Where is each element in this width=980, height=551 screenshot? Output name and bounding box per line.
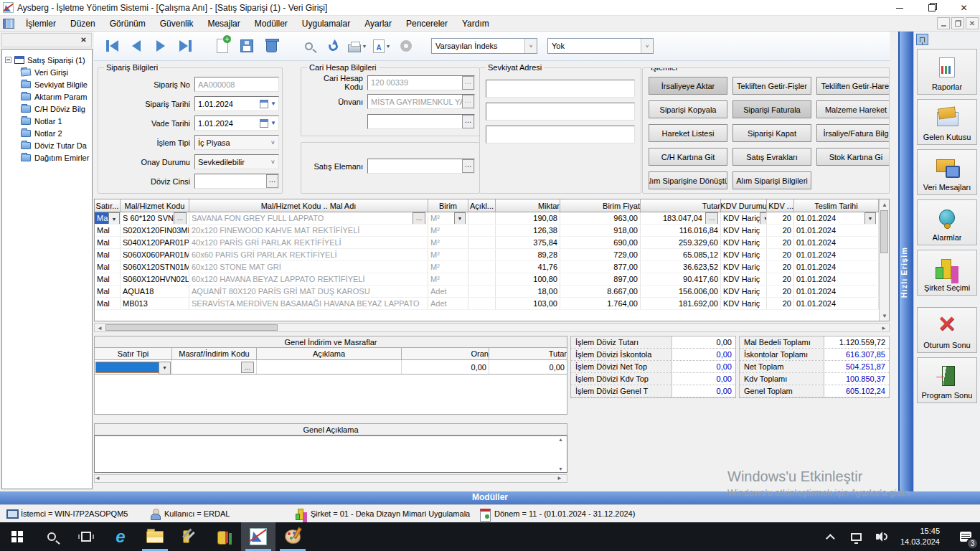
menu-item[interactable]: İşlemler (19, 16, 63, 31)
cell-delivery-date[interactable]: 01.01.2024 (794, 212, 879, 224)
cell-unit-price[interactable]: 918,00 (560, 225, 641, 236)
cell-unit[interactable]: Adet (428, 298, 468, 309)
menu-item[interactable]: Pencereler (399, 16, 455, 31)
cell-vat-rate[interactable]: 20 (767, 273, 794, 285)
previous-record-button[interactable] (126, 35, 147, 57)
print-button[interactable]: ▼ (347, 35, 368, 57)
operation-button[interactable]: İrsaliyeye Aktar (649, 77, 727, 95)
mdi-minimize-button[interactable] (937, 17, 950, 29)
operation-button[interactable]: Siparişi Kapat (732, 124, 811, 142)
aysberg-app-button[interactable] (241, 522, 275, 551)
ellipsis-button[interactable] (266, 174, 278, 188)
vertical-scrollbar[interactable]: ▲ ▼ (879, 199, 889, 321)
close-panel-icon[interactable]: ✕ (78, 35, 89, 46)
cell-amount[interactable]: 259.329,60 (641, 237, 721, 248)
quick-access-strip[interactable]: Hızlı Erişim (898, 32, 913, 491)
cell-vat-status[interactable]: KDV Hariç (721, 249, 767, 260)
operation-button[interactable]: Malzeme Hareket (816, 100, 890, 118)
chevron-down-icon[interactable]: ˅ (641, 39, 653, 53)
discount-type-select[interactable] (95, 362, 171, 373)
delete-button[interactable] (260, 35, 282, 57)
sidebar-button[interactable]: Oturum Sonu (917, 307, 977, 353)
discounts-col-kod[interactable]: Masraf/İndirim Kodu (172, 348, 257, 359)
cell-row-type[interactable]: Mal (95, 273, 121, 285)
order-date-field[interactable]: 1.01.2024▼ (194, 96, 279, 111)
operation-button[interactable]: Satış Evrakları (732, 148, 811, 166)
new-record-button[interactable] (212, 35, 233, 57)
column-header-kod[interactable]: Mal/Hizmet Kodu (121, 199, 189, 212)
cell-unit[interactable]: M² (428, 225, 468, 236)
task-view-button[interactable] (69, 522, 103, 551)
cell-amount[interactable]: 116.016,84 (641, 225, 721, 236)
cell-row-type[interactable]: Mal (95, 298, 121, 309)
cell-vat-status[interactable]: KDV Hariç (721, 261, 767, 273)
cell-unit-price[interactable]: 690,00 (560, 237, 641, 248)
ellipsis-button[interactable] (462, 159, 474, 173)
cell-item-name[interactable]: SERAVİSTA MERDİVEN BASAMAĞI HAVANA BEYAZ… (189, 298, 428, 309)
cell-amount[interactable]: 181.692,00 (641, 298, 721, 309)
scroll-thumb[interactable] (105, 324, 278, 331)
operation-button[interactable]: C/H Kartına Git (649, 148, 727, 166)
cell-vat-status[interactable]: KDV Hariç (721, 286, 767, 297)
operation-button[interactable]: Tekliften Getir-Harel (816, 77, 890, 95)
cell-item-code[interactable]: S060X120HVN02LF (121, 273, 189, 285)
cell-description[interactable] (468, 212, 496, 224)
chevron-down-icon[interactable]: ˅ (271, 139, 275, 146)
cell-vat-status[interactable]: KDV Hariç (721, 237, 767, 248)
cell-row-type[interactable]: Mal (95, 261, 121, 273)
menu-item[interactable]: Mesajlar (200, 16, 247, 31)
file-explorer-button[interactable] (138, 522, 172, 551)
cell-item-code[interactable]: AQUA18 (121, 286, 189, 297)
ellipsis-button[interactable] (462, 95, 474, 108)
discounts-col-tutar[interactable]: Tutar (489, 348, 567, 359)
discounts-empty-area[interactable] (94, 375, 567, 415)
cell-item-name[interactable]: 40x120 PARİS GRİ PARLAK REKTİFİYELİ (189, 237, 428, 248)
admin-tools-button[interactable] (172, 522, 207, 551)
customer-name-field[interactable]: MİSTA GAYRIMENKUL YATIRIM A.Ş (367, 94, 475, 109)
scroll-down-icon[interactable]: ▼ (558, 466, 566, 471)
cell-item-code[interactable]: S060X120STN01MF (121, 261, 189, 273)
cell-unit-price[interactable]: 963,00 (560, 212, 641, 224)
cell-item-code[interactable]: S040X120PAR01PF (121, 237, 189, 248)
operation-button[interactable]: İrsaliye/Fatura Bilg (816, 124, 890, 142)
tree-item[interactable]: Döviz Tutar Da (2, 139, 92, 151)
cell-row-type[interactable]: Mal (95, 249, 121, 260)
close-button[interactable] (948, 0, 980, 16)
column-header-kdv-durumu[interactable]: KDV Durumu (721, 199, 767, 212)
paint-app-button[interactable] (275, 522, 310, 551)
cell-amount[interactable]: 183.047,04 (641, 212, 721, 224)
cell-amount[interactable]: 36.623,52 (641, 261, 721, 273)
shipping-address-field[interactable] (486, 80, 635, 98)
chevron-down-icon[interactable]: ▼ (270, 100, 276, 107)
cell-description[interactable] (468, 261, 496, 273)
cell-vat-rate[interactable]: 20 (767, 261, 794, 273)
sidebar-button[interactable]: Veri Mesajları (917, 149, 977, 195)
discount-desc-cell[interactable] (257, 360, 402, 374)
cell-description[interactable] (468, 273, 496, 285)
taskbar-search-button[interactable] (34, 522, 69, 551)
cell-amount[interactable]: 65.085,12 (641, 249, 721, 260)
chevron-down-icon[interactable]: ˅ (524, 39, 537, 53)
cell-vat-status[interactable]: KDV Hariç (721, 225, 767, 236)
horizontal-scrollbar[interactable]: ◄ ► (94, 323, 890, 332)
menu-item[interactable]: Yardım (455, 16, 496, 31)
cell-item-name[interactable]: SAVANA FON GREY FULL LAPPATO (189, 212, 428, 224)
next-record-button[interactable] (150, 35, 171, 57)
filter-combo[interactable]: Yok ˅ (547, 38, 654, 54)
cell-item-code[interactable]: S020X120FIN03MR (121, 225, 189, 236)
discounts-row[interactable]: 0,00 0,00 (94, 360, 567, 375)
internet-explorer-button[interactable]: e (103, 522, 138, 551)
table-row[interactable]: Mal AQUA18 AQUANİT 80X120 PARİS GRİ MAT … (95, 286, 879, 298)
column-header-aciklama[interactable]: Açıkl... (468, 199, 496, 212)
cell-unit[interactable]: M² (428, 261, 468, 273)
operation-button[interactable]: Siparişi Kopyala (649, 100, 727, 118)
scroll-thumb[interactable] (880, 210, 888, 253)
cell-row-type[interactable]: Mal (95, 286, 121, 297)
restore-button[interactable] (915, 0, 948, 16)
discount-code-cell[interactable] (172, 360, 257, 374)
customer-code-field[interactable]: 120 00339 (367, 75, 475, 90)
order-no-field[interactable]: AA000008 (194, 77, 279, 92)
table-row[interactable]: Ma S 60*120 SVN SAVANA FON GREY FULL LAP… (95, 212, 879, 225)
discounts-col-aciklama[interactable]: Açıklama (257, 348, 402, 359)
cell-quantity[interactable]: 100,80 (496, 273, 560, 285)
